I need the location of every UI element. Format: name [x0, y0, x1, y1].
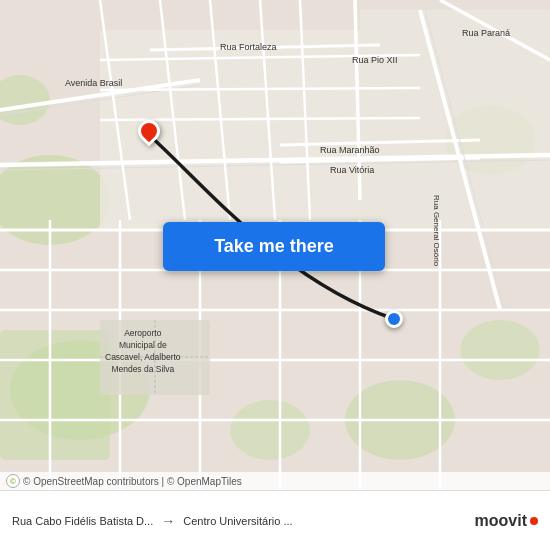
label-airport: AeroportoMunicipal deCascavel, Adalberto… [105, 328, 181, 376]
destination-dot [385, 310, 403, 328]
moovit-text: moovit [475, 512, 527, 530]
take-me-there-button[interactable]: Take me there [163, 222, 385, 271]
moovit-dot [530, 517, 538, 525]
map-container: Avenida Brasil Rua Fortaleza Rua Paraná … [0, 0, 550, 490]
svg-point-5 [230, 400, 310, 460]
label-rua-parana: Rua Paraná [462, 28, 510, 38]
footer: Rua Cabo Fidélis Batista D... → Centro U… [0, 490, 550, 550]
location-pin [138, 120, 160, 142]
route-info: Rua Cabo Fidélis Batista D... → Centro U… [12, 513, 475, 529]
attribution-text: © OpenStreetMap contributors | © OpenMap… [23, 476, 242, 487]
attribution-bar: © © OpenStreetMap contributors | © OpenM… [0, 472, 550, 490]
moovit-logo: moovit [475, 512, 538, 530]
svg-point-6 [460, 320, 540, 380]
label-rua-vitoria: Rua Vitória [330, 165, 374, 175]
label-rua-general-osorio: Rua General Osório [432, 195, 441, 266]
label-rua-maranhao: Rua Maranhão [320, 145, 380, 155]
route-destination: Centro Universitário ... [183, 515, 292, 527]
route-origin: Rua Cabo Fidélis Batista D... [12, 515, 153, 527]
label-rua-fortaleza: Rua Fortaleza [220, 42, 277, 52]
svg-rect-8 [0, 330, 110, 460]
route-arrow: → [161, 513, 175, 529]
osm-logo: © [6, 474, 20, 488]
label-avenida-brasil: Avenida Brasil [65, 78, 122, 88]
label-rua-pio: Rua Pio XII [352, 55, 398, 65]
